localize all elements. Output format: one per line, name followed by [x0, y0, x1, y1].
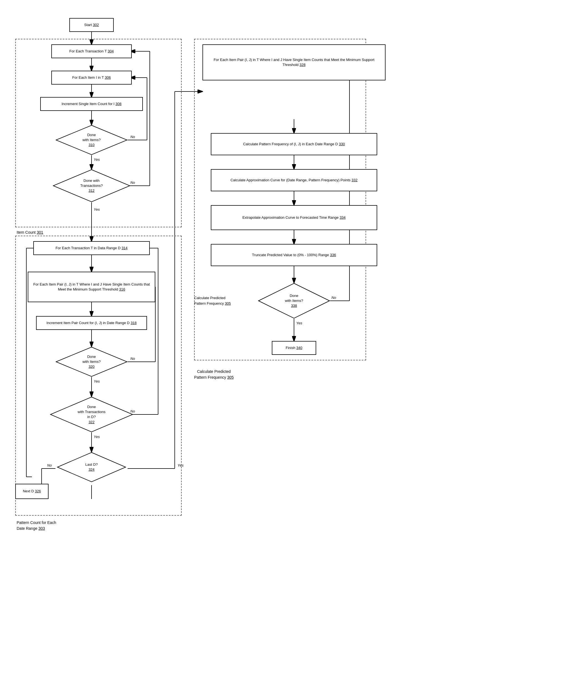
n324-diamond: Last D?324: [57, 452, 126, 482]
calc-pred-region-label: Calculate PredictedPattern Frequency 305: [194, 369, 233, 380]
n310-diamond: Donewith Items?310: [55, 125, 128, 155]
n308-box: Increment Single Item Count for I 308: [40, 97, 143, 111]
n322-diamond: Donewith Transactionsin D?322: [50, 396, 133, 432]
n320-diamond: Donewith Items?320: [55, 347, 128, 377]
n326-box: Next D 326: [15, 484, 49, 499]
n328-box: For Each Item Pair (I, J) in T Where I a…: [202, 44, 386, 80]
start-box: Start 302: [69, 18, 114, 32]
finish-box: Finish 340: [272, 341, 316, 355]
n304-box: For Each Transaction T 304: [51, 44, 132, 58]
diagram-container: Yes Yes Yes Yes No No No No No Yes No Ye…: [0, 0, 588, 700]
n318-box: Increment Item Pair Count for (I, J) in …: [36, 316, 147, 330]
n338-diamond: Donewith Items?338: [258, 283, 330, 319]
n330-box: Calculate Pattern Frequency of (I, J) in…: [211, 133, 377, 155]
pattern-count-label: Pattern Count for EachDate Range 303: [17, 520, 56, 531]
item-count-label: Item Count 301: [17, 230, 43, 235]
n306-box: For Each Item I in T 306: [51, 71, 132, 85]
n312-diamond: Done withTransactions?312: [53, 169, 130, 202]
n316-box: For Each Item Pair (I, J) in T Where I a…: [28, 272, 155, 302]
n332-box: Calculate Approximation Curve for (Date …: [211, 169, 377, 191]
n314-box: For Each Transaction T in Data Range D 3…: [33, 241, 150, 255]
n336-box: Truncate Predicted Value to (0% - 100%) …: [211, 244, 377, 266]
n334-box: Extrapolate Approximation Curve to Forec…: [211, 205, 377, 230]
calc-pred-label: Calculate PredictedPattern Frequency 305: [194, 295, 231, 306]
start-ref: 302: [93, 23, 99, 27]
